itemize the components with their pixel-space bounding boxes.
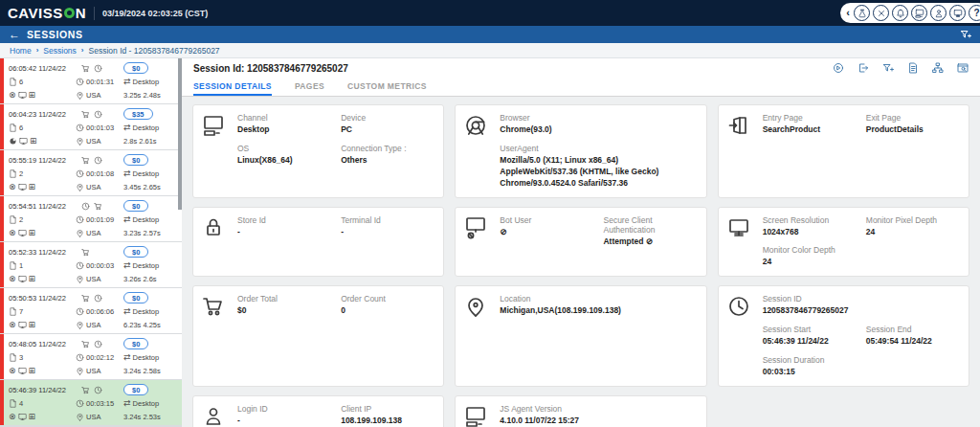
detail-field: Session ID1205837846779265027 [763,294,960,317]
document-icon[interactable] [907,62,919,74]
breadcrumb-item[interactable]: Home [10,46,32,56]
session-list-item[interactable]: 05:50:53 11/24/22$0700:06:06⇄Desktop⊗⊞US… [0,288,182,333]
detail-card-monitor: Screen Resolution1024x768Monitor Pixel D… [718,207,969,278]
cart-icon [81,156,90,165]
detail-field: Terminal Id- [341,215,434,238]
device-monitor-icon [18,321,27,329]
tab-pages[interactable]: PAGES [295,78,324,96]
session-id-title: Session Id: 1205837846779265027 [193,63,348,74]
flask-icon[interactable] [854,5,870,21]
location-pin-icon [76,183,84,191]
order-total-badge: $0 [123,62,148,74]
breadcrumb: Home›Sessions›Session Id - 1205837846779… [0,43,980,58]
tab-custom-metrics[interactable]: CUSTOM METRICS [347,78,427,96]
detail-card-user: Login ID-Client IP108.199.109.138User Se… [192,395,444,427]
session-channel: Desktop [133,169,160,178]
page-count: 6 [19,124,23,132]
grid-icon: ⊞ [29,275,36,283]
grid-icon: ⊞ [30,137,37,146]
detail-field: BrowserChrome(93.0) [500,113,697,136]
session-list-item[interactable]: 05:52:33 11/24/22$0100:00:03⇄Desktop⊗⊞US… [0,242,182,287]
channel-swap-icon: ⇄ [123,398,131,408]
location-pin-icon [76,413,84,421]
field-value: 4.10.0 11/07/22 15:27 [500,416,697,427]
order-total-badge: $0 [123,384,148,395]
sitemap-icon[interactable] [932,62,944,74]
pin-icon [464,294,491,378]
grid-icon: ⊞ [29,321,36,329]
bell-icon[interactable] [892,5,908,21]
back-arrow-icon[interactable]: ← [9,29,20,40]
clock-icon [94,64,102,73]
clock-icon [94,340,102,348]
session-country: USA [86,413,100,421]
export-icon[interactable] [858,62,869,74]
chevron-left-icon[interactable]: ‹ [846,8,850,18]
session-metrics: 3.25s 2.48s [123,91,161,100]
field-value: 24 [866,227,960,238]
grid-icon: ⊞ [29,413,36,421]
session-list-item[interactable]: 05:55:19 11/24/22$0200:01:08⇄Desktop⊗⊞US… [0,150,182,195]
sidebar-scrollbar[interactable] [178,58,182,210]
session-metrics: 6.23s 4.25s [123,321,161,329]
desktop-icon[interactable] [911,5,927,21]
order-total-badge: $0 [123,246,148,258]
location-pin-icon [76,321,84,329]
field-value: Chrome(93.0) [500,124,697,136]
cart-icon [202,294,229,378]
top-bar: CAVISSON 03/19/2024 02:03:25 (CST) ‹ ? [0,0,980,26]
cart-icon [81,248,90,257]
session-channel: Desktop [133,399,160,408]
cavisson-logo: CAVISSON [8,5,86,21]
help-icon[interactable]: ? [969,5,980,21]
duration-clock-icon [76,78,84,86]
page-count-icon [9,399,17,408]
play-circle-icon[interactable] [833,62,844,74]
grid-icon: ⊞ [29,229,36,237]
duration-clock-icon [76,353,84,362]
grid-icon: ⊞ [29,91,36,100]
current-timestamp: 03/19/2024 02:03:25 (CST) [102,9,208,18]
channel-swap-icon: ⇄ [123,306,131,316]
location-pin-icon [76,229,84,237]
session-country: USA [86,183,100,191]
session-time: 06:05:42 11/24/22 [9,64,66,73]
session-list-item[interactable]: 06:04:23 11/24/22$35600:01:03⇄Desktop⊞US… [0,104,182,149]
browser-icon: ⊗ [9,183,16,191]
session-list-item[interactable]: 05:46:39 11/24/22$0400:03:15⇄Desktop⊗⊞US… [0,380,182,425]
session-list-item[interactable]: 05:48:05 11/24/22$0300:02:12⇄Desktop⊗⊞US… [0,334,182,379]
page-count-icon [9,215,17,224]
filter-plus-icon[interactable] [882,62,894,74]
field-value: 108.199.109.138 [341,416,434,427]
door-icon [727,113,754,190]
monitor-icon[interactable] [949,5,966,21]
breadcrumb-item[interactable]: Session Id - 1205837846779265027 [89,46,220,56]
session-metrics: 3.24s 2.58s [123,367,161,375]
channel-swap-icon: ⇄ [123,123,131,132]
breadcrumb-item[interactable]: Sessions [43,46,77,56]
detail-card-clock: Session ID1205837846779265027Session Sta… [718,285,969,387]
detail-card-door: Entry PageSearchProductExit PageProductD… [718,104,969,198]
user-icon[interactable] [930,5,947,21]
detail-field: Screen Resolution1024x768 [763,215,857,238]
order-total-badge: $35 [123,108,153,120]
cart-icon [81,110,90,119]
duration-clock-icon [76,399,84,408]
field-label: Browser [500,113,697,123]
close-icon[interactable] [873,5,889,21]
detail-field: Bot User⊘ [500,215,593,248]
tab-session-details[interactable]: SESSION DETAILS [193,78,272,96]
session-list-item[interactable]: 06:05:42 11/24/22$0600:01:31⇄Desktop⊗⊞US… [0,58,182,103]
page-count-icon [9,169,17,178]
session-channel: Desktop [133,215,160,224]
session-list-item[interactable]: 05:54:51 11/24/22$0200:01:09⇄Desktop⊗⊞US… [0,196,182,241]
browser-icon: ⊗ [9,91,16,100]
channel-swap-icon: ⇄ [123,77,131,86]
session-duration: 00:00:03 [86,261,114,270]
browser-icon [9,137,17,146]
field-label: Terminal Id [341,215,434,225]
filter-add-icon[interactable] [960,29,971,40]
field-label: Monitor Pixel Depth [866,215,960,225]
window-search-icon[interactable] [957,62,969,74]
page-count-icon [9,124,17,132]
